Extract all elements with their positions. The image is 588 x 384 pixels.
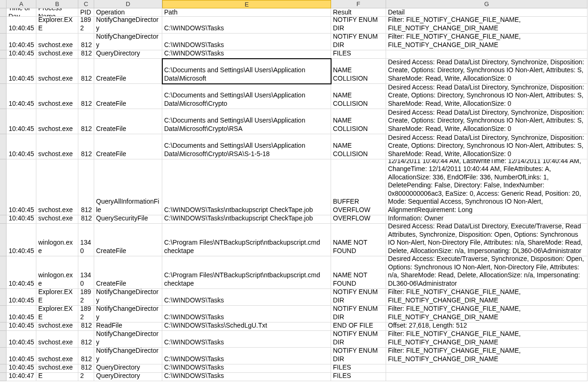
cell-op[interactable]: CreateFile (94, 134, 162, 159)
cell-pid[interactable]: 812 (78, 34, 94, 50)
cell-proc[interactable]: svchost.exe (36, 215, 78, 224)
column-header-D[interactable]: D (94, 0, 162, 8)
cell-pid[interactable]: 812 (78, 215, 94, 224)
cell-pid[interactable]: 812 (78, 50, 94, 59)
cell-pid[interactable]: 812 (78, 159, 94, 215)
column-header-C[interactable]: C (78, 0, 94, 8)
cell-path[interactable]: C:\WINDOWS\Tasks (162, 34, 331, 50)
cell-path[interactable]: C:\WINDOWS\Tasks (162, 289, 331, 306)
cell-det[interactable] (386, 373, 588, 381)
cell-path[interactable]: C:\WINDOWS\Tasks\ntbackupscript CheckTap… (162, 159, 331, 215)
cell-res[interactable]: NO MORE FILES (331, 50, 386, 59)
spreadsheet-grid[interactable]: ABCDEFGTime of DayProcess NamePIDOperati… (0, 0, 588, 381)
row-header[interactable] (0, 134, 7, 159)
row-header[interactable] (0, 289, 7, 306)
cell-op[interactable]: QueryAllInformationFile (94, 159, 162, 215)
cell-op[interactable]: ReadFile (94, 322, 162, 331)
column-header-B[interactable]: B (36, 0, 78, 8)
cell-det[interactable]: Filter: FILE_NOTIFY_CHANGE_FILE_NAME, FI… (386, 34, 588, 50)
cell-op[interactable]: CreateFile (94, 109, 162, 134)
cell-res[interactable]: NOTIFY ENUM DIR (331, 306, 386, 322)
cell-time[interactable]: 10:40:45 (7, 50, 36, 59)
cell-pid[interactable]: 812 (78, 364, 94, 373)
cell-pid[interactable]: 812 (78, 59, 94, 84)
cell-time[interactable]: 10:40:45 (7, 17, 36, 34)
cell-det[interactable]: Filter: FILE_NOTIFY_CHANGE_FILE_NAME, FI… (386, 306, 588, 322)
cell-pid[interactable]: 812 (78, 109, 94, 134)
cell-time[interactable]: 10:40:45 (7, 289, 36, 306)
cell-det[interactable]: Desired Access: Read Data/List Directory… (386, 109, 588, 134)
cell-time[interactable]: 10:40:45 (7, 331, 36, 348)
cell-op[interactable]: QuerySecurityFile (94, 215, 162, 224)
cell-time[interactable]: 10:40:45 (7, 34, 36, 50)
cell-time[interactable]: 10:40:45 (7, 306, 36, 322)
cell-det[interactable] (386, 364, 588, 373)
cell-det[interactable]: Desired Access: Read Data/List Directory… (386, 224, 588, 256)
cell-op[interactable]: NotifyChangeDirectory (94, 289, 162, 306)
cell-proc[interactable]: svchost.exe (36, 84, 78, 109)
cell-pid[interactable]: 1340 (78, 224, 94, 256)
cell-time[interactable]: 10:40:45 (7, 109, 36, 134)
cell-res[interactable]: NOTIFY ENUM DIR (331, 34, 386, 50)
cell-res[interactable]: NAME COLLISION (331, 109, 386, 134)
header-cell-detail[interactable]: Detail (386, 8, 588, 17)
cell-path[interactable]: C:\Documents and Settings\All Users\Appl… (162, 84, 331, 109)
cell-res[interactable]: NOTIFY ENUM DIR (331, 348, 386, 364)
row-header[interactable] (0, 50, 7, 59)
cell-det[interactable]: Desired Access: Read Data/List Directory… (386, 134, 588, 159)
cell-op[interactable]: NotifyChangeDirectory (94, 306, 162, 322)
column-header-E[interactable]: E (162, 0, 331, 8)
cell-pid[interactable]: 812 (78, 84, 94, 109)
row-header[interactable] (0, 159, 7, 215)
cell-det[interactable]: Filter: FILE_NOTIFY_CHANGE_FILE_NAME, FI… (386, 17, 588, 34)
row-header[interactable] (0, 373, 7, 381)
row-header[interactable] (0, 84, 7, 109)
cell-res[interactable]: NAME NOT FOUND (331, 256, 386, 289)
cell-path[interactable]: C:\WINDOWS\Tasks (162, 306, 331, 322)
cell-op[interactable]: NotifyChangeDirectory (94, 34, 162, 50)
cell-op[interactable]: NotifyChangeDirectory (94, 17, 162, 34)
cell-pid[interactable]: 1892 (78, 306, 94, 322)
cell-res[interactable]: NOTIFY ENUM DIR (331, 289, 386, 306)
cell-op[interactable]: QueryDirectory (94, 364, 162, 373)
cell-op[interactable]: CreateFile (94, 84, 162, 109)
cell-op[interactable]: CreateFile (94, 59, 162, 84)
cell-res[interactable]: NO MORE FILES (331, 364, 386, 373)
cell-time[interactable]: 10:40:45 (7, 322, 36, 331)
cell-res[interactable]: NO MORE FILES (331, 373, 386, 381)
cell-res[interactable]: NAME COLLISION (331, 59, 386, 84)
cell-time[interactable]: 10:40:45 (7, 215, 36, 224)
cell-det[interactable]: Desired Access: Read Data/List Directory… (386, 59, 588, 84)
cell-pid[interactable]: 812 (78, 331, 94, 348)
cell-path[interactable]: C:\Documents and Settings\All Users\Appl… (162, 59, 331, 84)
cell-op[interactable]: NotifyChangeDirectory (94, 348, 162, 364)
header-cell-result[interactable]: Result (331, 8, 386, 17)
header-cell-time_of_day[interactable]: Time of Day (7, 8, 36, 17)
row-header[interactable] (0, 8, 7, 17)
cell-path[interactable]: C:\Program Files\NTBackupScript\ntbackup… (162, 256, 331, 289)
cell-op[interactable]: CreateFile (94, 224, 162, 256)
row-header[interactable] (0, 331, 7, 348)
row-header[interactable] (0, 306, 7, 322)
cell-time[interactable]: 10:40:45 (7, 159, 36, 215)
cell-path[interactable]: C:\WINDOWS\Tasks\SchedLgU.Txt (162, 322, 331, 331)
row-header[interactable] (0, 364, 7, 373)
column-header-A[interactable]: A (7, 0, 36, 8)
cell-proc[interactable]: Explorer.EXE (36, 289, 78, 306)
cell-pid[interactable]: 1892 (78, 17, 94, 34)
cell-det[interactable] (386, 50, 588, 59)
cell-proc[interactable]: winlogon.exe (36, 224, 78, 256)
cell-det[interactable]: Filter: FILE_NOTIFY_CHANGE_FILE_NAME, FI… (386, 348, 588, 364)
cell-pid[interactable]: 1892 (78, 289, 94, 306)
cell-proc[interactable]: Explorer.EXE (36, 373, 78, 381)
cell-proc[interactable]: svchost.exe (36, 59, 78, 84)
cell-path[interactable]: C:\Program Files\NTBackupScript\ntbackup… (162, 224, 331, 256)
cell-proc[interactable]: svchost.exe (36, 50, 78, 59)
cell-time[interactable]: 10:40:45 (7, 59, 36, 84)
cell-det[interactable]: Desired Access: Execute/Traverse, Synchr… (386, 256, 588, 289)
cell-path[interactable]: C:\WINDOWS\Tasks (162, 17, 331, 34)
cell-proc[interactable]: svchost.exe (36, 134, 78, 159)
row-header[interactable] (0, 256, 7, 289)
cell-res[interactable]: BUFFER OVERFLOW (331, 159, 386, 215)
cell-op[interactable]: QueryDirectory (94, 373, 162, 381)
